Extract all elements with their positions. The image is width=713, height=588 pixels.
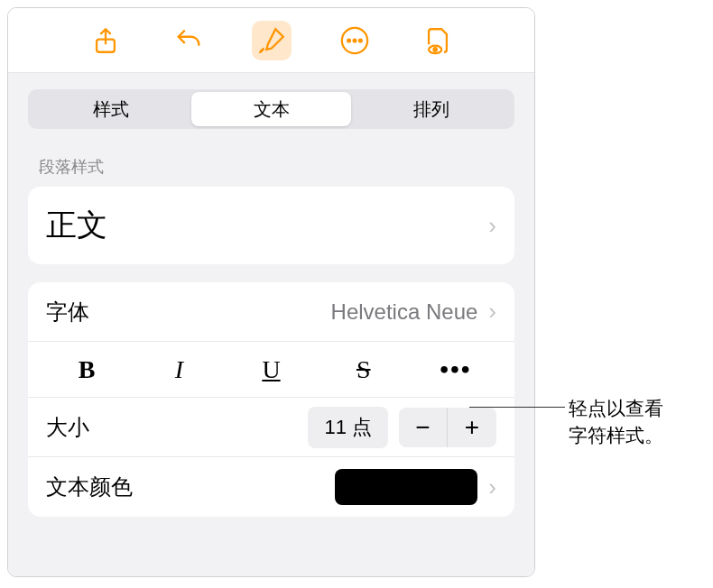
- paragraph-style-value: 正文: [46, 205, 107, 246]
- svg-point-4: [358, 39, 361, 41]
- tab-text[interactable]: 文本: [191, 92, 352, 126]
- callout-text: 轻点以查看 字符样式。: [569, 395, 663, 450]
- chevron-right-icon: ›: [488, 298, 496, 326]
- text-style-row: B I U S •••: [28, 342, 514, 398]
- share-icon: [90, 25, 121, 56]
- more-circle-icon: [339, 25, 370, 56]
- paragraph-style-card: 正文 ›: [28, 187, 514, 264]
- undo-button[interactable]: [169, 21, 208, 60]
- chevron-right-icon: ›: [488, 212, 496, 240]
- font-row[interactable]: 字体 Helvetica Neue ›: [28, 282, 514, 342]
- format-panel: 样式 文本 排列 段落样式 正文 › 字体 Helvetica Neue › B…: [7, 7, 535, 577]
- size-decrease-button[interactable]: −: [399, 408, 448, 447]
- panel-body: 样式 文本 排列 段落样式 正文 › 字体 Helvetica Neue › B…: [8, 73, 534, 576]
- text-color-swatch[interactable]: [335, 469, 477, 505]
- text-color-label: 文本颜色: [46, 473, 133, 501]
- tab-style[interactable]: 样式: [31, 92, 191, 126]
- text-format-card: 字体 Helvetica Neue › B I U S ••• 大小 11 点 …: [28, 282, 514, 517]
- more-button[interactable]: [335, 21, 375, 60]
- undo-icon: [173, 25, 204, 56]
- size-value[interactable]: 11 点: [308, 407, 388, 448]
- paragraph-style-label: 段落样式: [8, 129, 534, 187]
- svg-point-2: [347, 39, 350, 41]
- bold-button[interactable]: B: [41, 342, 133, 397]
- callout-line2: 字符样式。: [569, 422, 663, 449]
- doc-eye-icon: [422, 25, 453, 56]
- callout-line1: 轻点以查看: [569, 395, 663, 422]
- share-button[interactable]: [86, 21, 125, 60]
- underline-button[interactable]: U: [225, 342, 317, 397]
- strikethrough-button[interactable]: S: [318, 342, 410, 397]
- format-brush-button[interactable]: [252, 21, 292, 60]
- tab-segmented-control: 样式 文本 排列: [28, 89, 514, 129]
- chevron-right-icon: ›: [488, 473, 496, 501]
- font-value: Helvetica Neue: [331, 299, 478, 325]
- svg-point-6: [433, 48, 436, 51]
- size-label: 大小: [46, 413, 89, 442]
- paragraph-style-row[interactable]: 正文 ›: [28, 187, 514, 264]
- tab-arrange[interactable]: 排列: [351, 92, 512, 126]
- callout-line: [469, 407, 565, 408]
- svg-point-3: [353, 39, 356, 41]
- text-color-row[interactable]: 文本颜色 ›: [28, 457, 514, 517]
- brush-icon: [256, 25, 287, 56]
- document-view-button[interactable]: [418, 21, 458, 60]
- top-toolbar: [8, 8, 534, 73]
- more-styles-button[interactable]: •••: [410, 342, 502, 397]
- size-row: 大小 11 点 − +: [28, 398, 514, 457]
- size-increase-button[interactable]: +: [448, 408, 496, 447]
- font-label: 字体: [46, 298, 89, 326]
- italic-button[interactable]: I: [133, 342, 225, 397]
- size-stepper: − +: [399, 408, 496, 447]
